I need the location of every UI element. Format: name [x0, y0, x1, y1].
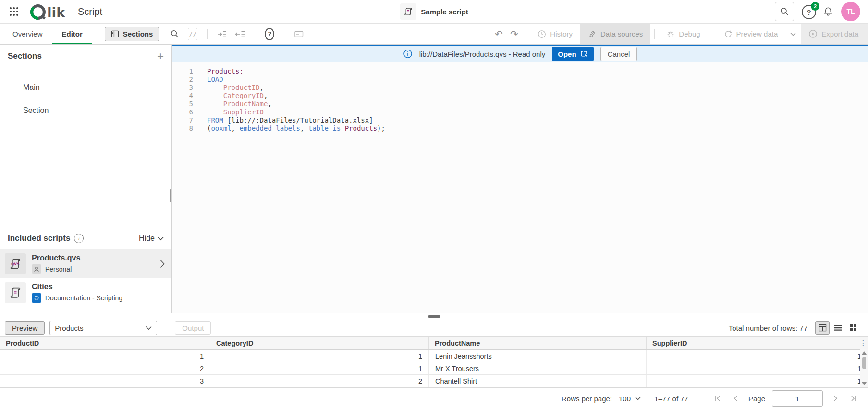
add-section-button[interactable]: +: [157, 50, 164, 63]
qlik-logo[interactable]: lik: [29, 1, 70, 22]
document-header: Sample script: [400, 0, 468, 23]
code-token: [207, 84, 223, 91]
data-sources-icon: [588, 30, 597, 38]
script-space-label: Documentation - Scripting: [45, 294, 122, 302]
app-launcher-button[interactable]: [6, 3, 22, 20]
undo-button[interactable]: ↶: [491, 27, 506, 41]
global-search-button[interactable]: [775, 2, 794, 21]
open-button[interactable]: Open: [552, 47, 593, 61]
pane-splitter[interactable]: [0, 313, 868, 319]
scroll-up-icon[interactable]: [862, 351, 867, 355]
rows-per-page-select[interactable]: 100: [619, 395, 641, 403]
add-comment-button[interactable]: [291, 27, 306, 41]
included-script-products[interactable]: QVS Products.qvs Personal: [0, 249, 171, 278]
table-row[interactable]: 11Lenin Jeansshorts1: [0, 350, 868, 362]
help-button[interactable]: ? 2: [802, 5, 815, 18]
grid-view-icon: [849, 324, 857, 332]
top-bar: lik Script Sample script: [0, 0, 868, 24]
script-file-icon: [5, 282, 26, 303]
person-icon: [32, 264, 41, 274]
find-replace-button[interactable]: [167, 27, 182, 41]
table-view-button[interactable]: [815, 321, 830, 335]
outdent-button[interactable]: [232, 27, 248, 41]
code-area[interactable]: 12345678 Products:LOAD ProductID, Catego…: [172, 62, 868, 313]
table-cell: 2: [0, 362, 210, 374]
table-select[interactable]: Products: [49, 321, 157, 335]
included-script-cities[interactable]: Cities Documentation - Scripting: [0, 278, 171, 307]
table-cell: 1: [210, 350, 429, 362]
help-badge: 2: [811, 2, 819, 11]
preview-data-button[interactable]: Preview data: [716, 24, 786, 44]
comment-toggle-button[interactable]: //: [185, 27, 200, 41]
next-page-button[interactable]: [830, 393, 841, 404]
column-menu-button[interactable]: ⋮: [858, 337, 868, 349]
app-window: lik Script Sample script: [0, 0, 868, 409]
hide-included-scripts-button[interactable]: Hide: [139, 234, 164, 243]
chevron-right-icon[interactable]: [160, 260, 165, 268]
outdent-icon: [235, 30, 245, 38]
previous-page-button[interactable]: [730, 393, 742, 404]
column-header-productname: ProductName: [429, 337, 647, 349]
output-toggle-button[interactable]: Output: [175, 321, 211, 335]
tab-editor[interactable]: Editor: [52, 24, 92, 44]
code-token: ProductName: [223, 100, 268, 108]
code-token: FROM: [207, 116, 223, 124]
chevron-down-icon: [635, 397, 641, 400]
column-header-supplierid: SupplierID: [647, 337, 858, 349]
toolbar-divider: [255, 29, 255, 39]
export-data-button[interactable]: Export data: [801, 24, 868, 44]
readonly-message: lib://DataFiles/Products.qvs - Read only: [419, 50, 546, 58]
play-circle-icon: [808, 29, 818, 38]
column-header-categoryid: CategoryID: [210, 337, 429, 349]
last-page-button[interactable]: [848, 393, 859, 404]
toolbar-divider: [654, 29, 655, 39]
grid-view-button[interactable]: [846, 321, 860, 335]
scrollbar-thumb[interactable]: [862, 357, 866, 369]
code-token: embedded labels: [239, 124, 300, 132]
debug-button[interactable]: Debug: [659, 24, 708, 44]
first-page-button[interactable]: [712, 393, 723, 404]
sidebar-section-item-section[interactable]: Section: [0, 99, 171, 122]
table-row[interactable]: 32Chantell Shirt1: [0, 375, 868, 387]
notifications-button[interactable]: [823, 6, 833, 17]
preview-data-caret-button[interactable]: [785, 24, 801, 44]
sections-toggle-button[interactable]: Sections: [105, 27, 159, 41]
indent-button[interactable]: [214, 27, 230, 41]
code-token: SupplierID: [223, 108, 264, 116]
sections-header: Sections +: [0, 45, 171, 68]
table-header-row: ProductIDCategoryIDProductNameSupplierID…: [0, 336, 868, 350]
user-avatar[interactable]: TL: [841, 2, 860, 21]
list-view-button[interactable]: [831, 321, 845, 335]
table-row[interactable]: 21Mr X Trousers1: [0, 362, 868, 375]
sidebar-section-item-main[interactable]: Main: [0, 76, 171, 99]
info-icon[interactable]: i: [74, 234, 84, 243]
row-range-label: 1–77 of 77: [654, 395, 688, 403]
history-button[interactable]: History: [530, 24, 580, 44]
table-cell: 1: [647, 362, 868, 374]
line-number: 4: [172, 92, 193, 100]
code-line: LOAD: [207, 75, 385, 84]
page-number-input[interactable]: [772, 390, 823, 407]
script-document-icon: [400, 3, 416, 20]
topbar-left: lik Script: [0, 1, 102, 22]
undo-icon: ↶: [495, 29, 503, 39]
syntax-help-button[interactable]: ?: [262, 27, 277, 41]
sidebar-resize-handle[interactable]: [170, 189, 171, 202]
table-scrollbar[interactable]: [860, 349, 868, 387]
redo-button[interactable]: ↷: [506, 27, 522, 41]
preview-toggle-button[interactable]: Preview: [5, 321, 45, 335]
script-meta: Documentation - Scripting: [32, 293, 122, 303]
code-token: ,: [300, 124, 308, 132]
chevron-down-icon: [146, 326, 152, 330]
cancel-button[interactable]: Cancel: [600, 47, 637, 61]
readonly-notification-bar: lib://DataFiles/Products.qvs - Read only…: [172, 45, 868, 62]
scroll-down-icon[interactable]: [862, 382, 867, 385]
tab-overview[interactable]: Overview: [3, 24, 52, 44]
preview-data-label: Preview data: [736, 30, 778, 38]
table-view-icon: [819, 324, 827, 332]
chevron-right-icon: [833, 395, 838, 402]
rows-per-page-value: 100: [619, 395, 631, 403]
data-sources-button[interactable]: Data sources: [580, 24, 650, 44]
editor-tabs: OverviewEditor: [0, 24, 92, 44]
history-clock-icon: [538, 30, 546, 38]
